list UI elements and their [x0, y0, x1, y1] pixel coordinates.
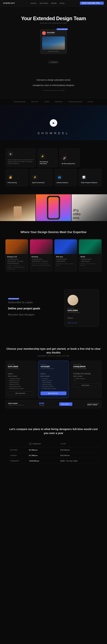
explorer-includes: What's included	[8, 376, 34, 377]
pause-badge: PAUSE OR CANCEL ANYTIME	[42, 90, 65, 91]
nav-link-services[interactable]: Services	[31, 2, 36, 4]
plan-preview-cta[interactable]: Start a Free Trial →	[68, 322, 96, 324]
logo-pixar: PIXAR	[88, 101, 93, 103]
explorer-feat-6: Dedicated project manager	[8, 388, 34, 389]
gallery-item-hand	[0, 194, 36, 221]
overcast-voyager-price: $71,988/year	[27, 453, 58, 458]
explorer-subtitle: for first-time starters	[8, 368, 34, 369]
step-3-text: Receive fast designs	[8, 313, 56, 316]
test-flight-cta-button[interactable]: Get in Touch →	[59, 402, 72, 406]
feature-icon-3: 💰	[8, 174, 13, 180]
how-step-1: Subscribe to a plan	[8, 300, 56, 304]
hero-badge[interactable]: START A FREE TRIAL	[56, 28, 68, 30]
nav-link-pricing[interactable]: Pricing	[60, 2, 64, 4]
expertise-heading: Where Your Design Desires Meet Our Exper…	[5, 230, 102, 234]
game-plan-tag: THE GAME PLAN	[8, 298, 19, 300]
comp-col-plan	[8, 440, 27, 447]
nav-link-how[interactable]: How it Works	[40, 2, 48, 4]
plan-preview-price: $3899/m	[68, 315, 96, 320]
how-step-3: Receive fast designs	[8, 313, 56, 316]
plan-name-conqueror: CONQUEROR	[8, 458, 27, 464]
experts-icon: 👥	[58, 176, 61, 179]
expertise-body-branding: Branding Competitive Analysis Market Res…	[30, 254, 52, 268]
how-it-works-section: THE GAME PLAN Subscribe to a plan Define…	[0, 279, 107, 338]
explorer-cta[interactable]: Start a Free Trial →	[8, 392, 34, 395]
expertise-tags-strategy: Competitive Analysis Market Research Use…	[7, 258, 26, 264]
voyager-feat-4: Unlimited revisions	[40, 384, 66, 385]
plan-preview-name: EXPLORER	[68, 309, 96, 312]
brand-tag-3: User Flows	[42, 260, 48, 262]
expertise-img-mobile	[79, 239, 102, 254]
voyager-features: 4 designers Requests at a time Unlimited…	[40, 378, 66, 389]
test-flight-pricing: $989 / per Week	[39, 402, 44, 406]
explorer-feat-2: Requests at a time	[8, 380, 34, 381]
mobile-tag-2: Market Research	[80, 260, 90, 262]
pricing-heading: Choose your membership type and get star…	[5, 347, 102, 354]
table-row: CONQUEROR ≈$140,000/year $500K+ / Per Ye…	[8, 458, 99, 464]
expertise-card-web: Web span Competitive Analysis Market Res…	[54, 239, 77, 272]
voyager-name: VOYAGER	[40, 366, 66, 368]
competitor-conqueror-price: $500K+ / Per Year / Easily	[58, 458, 99, 464]
hero-section: Your Extended Design Team DESIGN ON SUBS…	[0, 6, 107, 72]
overcast-conqueror-price: ≈$140,000/year	[27, 458, 58, 464]
plan-name-voyager: VOYAGER	[8, 453, 27, 458]
overcast-logo-icon: ⬡	[29, 442, 32, 445]
how-step-2: Define your project goals	[8, 307, 56, 310]
expertise-img-web	[54, 239, 77, 254]
explorer-tag: EXPLORER	[8, 364, 34, 365]
conqueror-feat-2: ac	[73, 380, 99, 381]
test-flight-left: TEST FLIGHT Try before you commit. Risk-…	[8, 403, 24, 406]
explorer-features: 1 dedicated designer Requests at a time …	[8, 378, 34, 389]
expertise-tags-mobile: Competitive Analysis Market Research	[80, 258, 100, 262]
hero-title: Your Extended Design Team	[5, 16, 102, 22]
test-flight-referral-label[interactable]: REFER A FRIEND →	[87, 404, 99, 406]
conqueror-tag: CONQUEROR	[73, 364, 99, 365]
gallery-item-ipad: iPaoMoens	[72, 194, 107, 221]
interviews-icon: ⚡	[41, 155, 44, 158]
designer-role: Senior Designer	[47, 33, 55, 34]
voyager-price: $5999/m	[40, 371, 66, 375]
table-row: VOYAGER $71,988/year $240,000/year	[8, 453, 99, 458]
overcast-tag-icon: ⬡	[50, 62, 51, 63]
nav-cta-button[interactable]: START YOUR FREE TRIAL →	[80, 2, 104, 5]
test-flight-period: / per Week	[39, 405, 44, 406]
mobile-tag-1: Competitive Analysis	[80, 258, 92, 260]
logo-siemens: Siemens	[54, 101, 63, 103]
nav-logo: OVERCAST	[3, 2, 15, 4]
brand-tag-1: Competitive Analysis	[32, 258, 43, 260]
image-gallery: iPaoMoens	[0, 194, 107, 221]
conqueror-price: Contact for pricing	[73, 371, 99, 375]
feature-icon-6: 📊	[81, 174, 87, 180]
voyager-feat-1: 4 designers	[40, 378, 66, 379]
voyager-subtitle: For the Pro Entrepreneurs	[40, 368, 66, 369]
hero-card-label: Architecture & Facade	[42, 51, 65, 52]
expertise-section: Where Your Design Desires Meet Our Exper…	[0, 221, 107, 279]
hero-card: START A FREE TRIAL Emma Miller Senior De…	[40, 29, 67, 54]
voyager-feat-3: Unlimited designs	[40, 382, 66, 383]
feature-icon-4: ⚡	[32, 174, 38, 180]
feature-title-1: No Draining Interviews	[40, 161, 56, 165]
gallery-item-phone	[36, 194, 71, 221]
table-row: EXPLORER $47,988/year $120,000/year	[8, 447, 99, 453]
step-1-text: Subscribe to a plan	[8, 300, 56, 304]
test-flight-referral: Earn 20% first month REFER A FRIEND →	[87, 403, 99, 406]
turnaround-icon: ⚡	[34, 176, 36, 179]
comp-table-header: ⬡ OVERCAST +1 FTE	[8, 440, 99, 447]
expertise-body-strategy: Strategy & UX Competitive Analysis Marke…	[6, 254, 28, 272]
reports-icon: 📊	[82, 176, 85, 179]
nav-link-benefits[interactable]: Benefits	[51, 2, 57, 4]
expertise-img-branding	[30, 239, 52, 254]
showreel-label: SHOWREEL	[38, 132, 70, 135]
overcast-tag-label: OVERCAST	[51, 62, 57, 63]
play-button[interactable]	[50, 119, 57, 127]
pricing-grid: EXPLORER EXPLORER for first-time starter…	[5, 361, 102, 398]
price-card-explorer: EXPLORER EXPLORER for first-time starter…	[5, 361, 36, 398]
conqueror-cta[interactable]: Get in Touch →	[73, 384, 99, 387]
voyager-tag: VOYAGER	[40, 364, 66, 365]
comparison-section: Let's compare our plans to what hiring d…	[0, 418, 107, 473]
explorer-feat-4: Unlimited revisions	[8, 384, 34, 385]
hero-card-header: Emma Miller Senior Designer	[42, 31, 65, 35]
voyager-cta[interactable]: Start a Free Trial →	[40, 392, 66, 395]
conqueror-name: CONQUEROR	[73, 366, 99, 368]
test-flight-title: TEST FLIGHT	[8, 403, 24, 404]
